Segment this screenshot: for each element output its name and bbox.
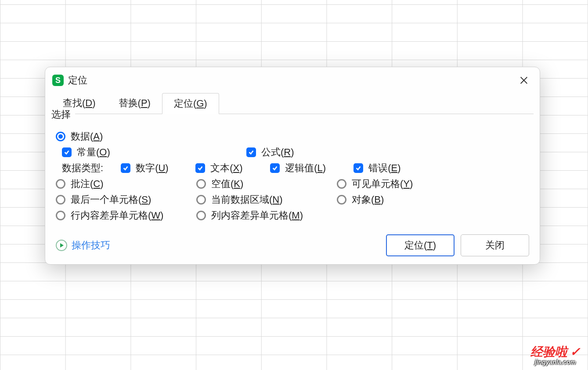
check-text[interactable]: 文本(X) (195, 162, 270, 175)
dialog-titlebar: S 定位 (45, 67, 540, 88)
radio-lastcell[interactable]: 最后一个单元格(S) (56, 193, 196, 206)
tab-replace[interactable]: 替换(P) (107, 93, 162, 114)
radio-icon (196, 211, 206, 220)
goto-button[interactable]: 定位(T) (386, 234, 455, 256)
radio-blank[interactable]: 空值(K) (196, 177, 337, 190)
radio-icon (196, 195, 206, 205)
radio-comment[interactable]: 批注(C) (56, 177, 196, 190)
goto-dialog: S 定位 查找(D) 替换(P) 定位(G) 选择 数据(A) 常量(O) 公式 (45, 67, 540, 265)
check-number[interactable]: 数字(U) (121, 162, 195, 175)
radio-data[interactable]: 数据(A) (56, 130, 103, 143)
check-constant[interactable]: 常量(O) (62, 146, 246, 159)
checkbox-icon (354, 163, 363, 173)
radio-icon (337, 195, 346, 205)
radio-icon (56, 132, 65, 141)
radio-icon (56, 195, 65, 205)
radio-coldiff[interactable]: 列内容差异单元格(M) (196, 209, 303, 222)
check-error[interactable]: 错误(E) (354, 162, 400, 175)
dialog-footer: 操作技巧 定位(T) 关闭 (45, 228, 540, 264)
tab-bar: 查找(D) 替换(P) 定位(G) (51, 93, 534, 114)
data-type-label: 数据类型: (62, 162, 103, 175)
dialog-title: 定位 (68, 74, 87, 87)
radio-visible[interactable]: 可见单元格(Y) (337, 177, 413, 190)
radio-icon (56, 179, 65, 189)
close-icon[interactable] (517, 73, 531, 87)
check-logic[interactable]: 逻辑值(L) (270, 162, 354, 175)
close-button[interactable]: 关闭 (461, 234, 529, 256)
tab-goto[interactable]: 定位(G) (162, 93, 219, 114)
section-label: 选择 (51, 108, 75, 121)
tips-link[interactable]: 操作技巧 (56, 239, 110, 252)
checkbox-icon (62, 147, 72, 157)
watermark: 经验啦✓ jingyanla.com (530, 344, 580, 366)
radio-region[interactable]: 当前数据区域(N) (196, 193, 337, 206)
radio-object[interactable]: 对象(B) (337, 193, 384, 206)
play-icon (56, 240, 67, 251)
radio-rowdiff[interactable]: 行内容差异单元格(W) (56, 209, 196, 222)
checkbox-icon (270, 163, 280, 173)
app-icon: S (52, 75, 64, 86)
radio-icon (56, 211, 65, 220)
checkbox-icon (121, 163, 130, 173)
checkbox-icon (195, 163, 205, 173)
checkbox-icon (246, 147, 256, 157)
radio-icon (337, 179, 346, 189)
radio-icon (196, 179, 206, 189)
check-formula[interactable]: 公式(R) (246, 146, 294, 159)
dialog-body: 数据(A) 常量(O) 公式(R) 数据类型: 数字(U) 文本(X) (45, 130, 540, 228)
